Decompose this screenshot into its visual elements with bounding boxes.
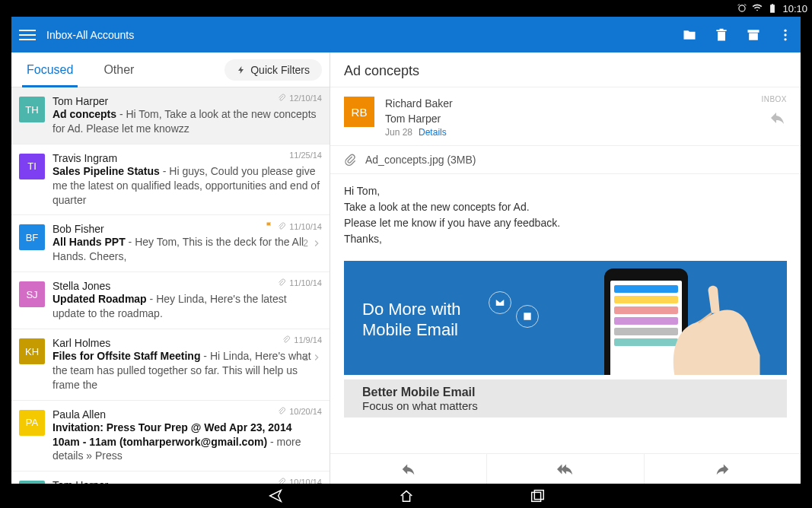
quick-filters-label: Quick Filters (250, 64, 310, 76)
email-date: 10/10/14 (289, 478, 322, 484)
folder-label: INBOX (761, 95, 787, 103)
overflow-icon[interactable] (778, 27, 793, 43)
trash-icon[interactable] (714, 27, 729, 43)
svg-point-0 (784, 29, 786, 31)
attachment-row[interactable]: Ad_concepts.jpg (3MB) (330, 146, 801, 174)
email-date: 11/10/14 (289, 278, 322, 287)
quick-filters-button[interactable]: Quick Filters (224, 59, 322, 81)
email-date: 11/9/14 (294, 335, 322, 344)
avatar: TI (19, 154, 45, 179)
mail-date: Jun 28 (385, 127, 412, 138)
actionbar-title: Inbox-All Accounts (46, 29, 682, 41)
email-item[interactable]: TITravis IngramSales Pipeline Status - H… (11, 144, 330, 216)
svg-rect-3 (531, 492, 540, 501)
android-navbar (0, 484, 812, 508)
archive-icon[interactable] (746, 27, 761, 43)
email-subject: Invitation: Press Tour Prep @ Wed Apr 23… (53, 421, 291, 448)
avatar: TH (19, 97, 45, 122)
email-date: 11/10/14 (289, 222, 322, 231)
to-name: Tom Harper (385, 112, 453, 127)
wifi-icon (752, 3, 763, 14)
tab-other[interactable]: Other (88, 52, 149, 87)
email-date: 12/10/14 (289, 94, 322, 103)
email-item[interactable]: THTom HarperFwd: Key Customer Tour - FYI… (11, 471, 330, 484)
reply-action[interactable] (330, 454, 487, 484)
action-bar: Inbox-All Accounts (11, 17, 801, 52)
promo-image: Do More withMobile Email (344, 261, 787, 418)
email-item[interactable]: BFBob FisherAll Hands PPT - Hey Tom, Thi… (11, 215, 330, 272)
back-button[interactable] (267, 487, 284, 504)
forward-action[interactable] (645, 454, 801, 484)
home-button[interactable] (398, 487, 415, 504)
menu-button[interactable] (19, 27, 36, 43)
hand-illustration (650, 276, 779, 375)
email-sender: Karl Holmes (53, 337, 320, 349)
reply-all-action[interactable] (487, 454, 644, 484)
avatar: SJ (19, 281, 45, 307)
email-date: 10/20/14 (289, 407, 322, 416)
email-subject: Updated Roadmap (53, 293, 147, 305)
email-sender: Travis Ingram (53, 152, 320, 164)
avatar: BF (19, 224, 45, 250)
reading-pane: Ad concepts RB Richard Baker Tom Harper … (330, 52, 801, 484)
email-subject: All Hands PPT (53, 236, 126, 248)
avatar: PA (19, 410, 45, 436)
battery-icon (767, 3, 778, 14)
email-subject: Ad concepts (53, 108, 116, 120)
email-subject: Sales Pipeline Status (53, 165, 160, 177)
message-body: Hi Tom, Take a look at the new concepts … (330, 174, 801, 256)
message-list-pane: Focused Other Quick Filters THTom Harper… (11, 52, 330, 484)
from-name: Richard Baker (385, 97, 453, 112)
clock-time: 10:10 (782, 3, 807, 14)
details-link[interactable]: Details (419, 127, 447, 138)
attachment-name: Ad_concepts.jpg (3MB) (365, 154, 476, 166)
email-date: 11/25/14 (289, 151, 322, 160)
sender-avatar: RB (344, 97, 374, 127)
avatar: KH (19, 338, 45, 364)
email-item[interactable]: PAPaula AllenInvitation: Press Tour Prep… (11, 401, 330, 472)
email-item[interactable]: THTom HarperAd concepts - Hi Tom, Take a… (11, 87, 330, 144)
email-subject: Files for Offsite Staff Meeting (53, 350, 200, 362)
svg-rect-4 (534, 491, 543, 500)
alarm-icon (737, 3, 747, 14)
mail-subject: Ad concepts (344, 63, 787, 79)
email-item[interactable]: SJStella JonesUpdated Roadmap - Hey Lind… (11, 272, 330, 329)
reply-button[interactable] (769, 109, 787, 130)
status-bar: 10:10 (737, 0, 807, 17)
email-item[interactable]: KHKarl HolmesFiles for Offsite Staff Mee… (11, 329, 330, 401)
recents-button[interactable] (529, 487, 546, 504)
paperclip-icon (344, 154, 356, 166)
svg-point-1 (784, 33, 786, 36)
thread-count: 2 (303, 352, 308, 363)
tab-focused[interactable]: Focused (11, 52, 88, 87)
thread-count: 2 (303, 238, 308, 249)
folder-icon[interactable] (682, 27, 697, 43)
svg-point-2 (784, 38, 786, 40)
lightning-icon (237, 65, 246, 75)
